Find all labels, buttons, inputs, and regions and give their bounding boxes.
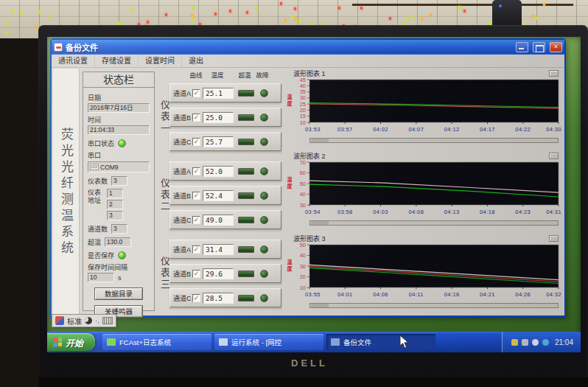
- svg-text:30: 30: [300, 202, 306, 209]
- curve-checkbox[interactable]: [192, 270, 200, 278]
- chart-scrollbar[interactable]: [309, 303, 559, 308]
- ime-mode-label[interactable]: 标准: [67, 315, 82, 327]
- temp-value: 29.6: [203, 268, 234, 279]
- fault-led: [260, 138, 268, 146]
- app-window: 备份文件 通讯设置 存储设置 设置时间 退出 荧光光纤测温系统 状态栏 日期: [50, 38, 566, 317]
- menu-storage-settings[interactable]: 存储设置: [94, 55, 138, 67]
- svg-text:04:17: 04:17: [480, 126, 495, 133]
- monitor-bezel: 备份文件 通讯设置 存储设置 设置时间 退出 荧光光纤测温系统 状态栏 日期: [38, 25, 588, 387]
- ime-keyboard-icon[interactable]: [102, 317, 113, 324]
- overtemp-input[interactable]: 130.0: [105, 237, 131, 247]
- channel-label: 通道A: [173, 88, 192, 98]
- fault-led: [260, 114, 268, 122]
- instrument-count-input[interactable]: 3: [111, 176, 127, 186]
- curve-checkbox[interactable]: [192, 167, 200, 175]
- window-title-bar[interactable]: 备份文件: [52, 40, 564, 55]
- temp-value: 28.5: [203, 293, 234, 304]
- svg-text:50: 50: [300, 181, 306, 187]
- taskbar-item-log-system[interactable]: FCAst+日志系统: [102, 334, 211, 350]
- taskbar-item-run-system[interactable]: 运行系统 - [网控: [214, 334, 323, 350]
- window-title: 备份文件: [66, 41, 98, 53]
- svg-text:04:18: 04:18: [480, 209, 495, 215]
- curve-checkbox[interactable]: [192, 138, 200, 146]
- instrument-addr-input-3[interactable]: 3: [107, 211, 123, 220]
- channel-row: 通道C 25.7: [169, 132, 281, 151]
- svg-text:10: 10: [300, 119, 306, 126]
- curve-checkbox[interactable]: [192, 216, 200, 224]
- temp-value: 25.0: [203, 112, 234, 123]
- header-curve: 曲线: [189, 70, 202, 79]
- screen: 备份文件 通讯设置 存储设置 设置时间 退出 荧光光纤测温系统 状态栏 日期: [47, 37, 581, 352]
- svg-text:04:02: 04:02: [373, 126, 388, 133]
- chart-scrollbar[interactable]: [309, 138, 559, 143]
- data-directory-button[interactable]: 数据目录: [94, 287, 143, 300]
- save-led: [118, 251, 126, 259]
- curve-checkbox[interactable]: [192, 192, 200, 200]
- chart-title: 波形图表 1: [293, 69, 326, 78]
- svg-text:04:32: 04:32: [546, 291, 561, 298]
- overtemp-led: [238, 139, 254, 145]
- waveform-chart-2: 波形图表 2 3040506070温度03:5403:5804:0304:080…: [283, 151, 561, 229]
- svg-text:温: 温: [287, 176, 293, 183]
- serial-port-select[interactable]: I/O COM9: [88, 161, 150, 172]
- svg-text:50: 50: [300, 243, 306, 248]
- ime-logo-icon[interactable]: [55, 316, 64, 325]
- system-tray: 21:04: [502, 332, 581, 352]
- channel-label: 通道C: [173, 215, 192, 225]
- maximize-button[interactable]: [533, 42, 545, 52]
- channel-row: 通道A 25.1: [169, 83, 281, 102]
- close-button[interactable]: [550, 42, 562, 52]
- channel-count-input[interactable]: 3: [111, 224, 127, 234]
- time-value: 21:04:33: [88, 125, 150, 135]
- overtemp-led: [238, 246, 254, 253]
- waveform-chart-3: 波形图表 3 1020304050温度03:5504:0104:0604:110…: [283, 234, 561, 312]
- instrument-addr-input-1[interactable]: 1: [107, 189, 123, 198]
- svg-text:04:03: 04:03: [373, 209, 388, 215]
- overtemp-label: 超温: [88, 237, 101, 247]
- status-panel-title: 状态栏: [83, 72, 154, 88]
- channel-row: 通道B 29.6: [169, 264, 281, 283]
- svg-text:04:07: 04:07: [408, 126, 424, 133]
- svg-text:04:12: 04:12: [444, 126, 460, 133]
- chart-tool-button[interactable]: [549, 70, 559, 77]
- chart-tool-button[interactable]: [549, 235, 559, 242]
- overtemp-led: [238, 114, 254, 121]
- svg-text:04:22: 04:22: [515, 126, 531, 133]
- serial-label: 串口: [88, 150, 150, 160]
- instrument-addr-input-2[interactable]: 2: [107, 200, 123, 209]
- menu-exit[interactable]: 退出: [181, 55, 210, 67]
- tray-icon-3[interactable]: [532, 339, 539, 346]
- menu-comm-settings[interactable]: 通讯设置: [52, 55, 94, 67]
- tray-icon-2[interactable]: [522, 339, 528, 346]
- chart-scrollbar[interactable]: [309, 220, 559, 226]
- app-icon: [219, 338, 228, 346]
- save-interval-input[interactable]: 10: [88, 273, 114, 282]
- start-button[interactable]: 开始: [47, 333, 95, 351]
- fault-led: [260, 192, 268, 200]
- svg-text:35: 35: [300, 88, 306, 95]
- svg-text:温: 温: [287, 259, 293, 265]
- minimize-button[interactable]: [516, 42, 528, 52]
- ime-punctuation-icon[interactable]: ·,: [95, 317, 99, 324]
- tray-volume-icon[interactable]: [542, 339, 549, 346]
- instrument-group-2: 仪表二 通道A 52.0 通道B 52.4: [158, 158, 281, 232]
- svg-text:度: 度: [287, 183, 293, 189]
- taskbar-item-backup-file[interactable]: 备份文件: [326, 334, 435, 350]
- curve-checkbox[interactable]: [192, 114, 200, 122]
- fault-led: [260, 294, 268, 302]
- menu-bar: 通讯设置 存储设置 设置时间 退出: [52, 55, 564, 68]
- chart-canvas: 3040506070温度03:5403:5804:0304:0804:1304:…: [283, 160, 567, 220]
- tray-icon-1[interactable]: [511, 339, 518, 346]
- curve-checkbox[interactable]: [192, 89, 200, 97]
- ime-fullwidth-icon[interactable]: [85, 317, 92, 324]
- temp-value: 25.1: [203, 88, 234, 99]
- curve-checkbox[interactable]: [192, 245, 200, 254]
- svg-text:04:01: 04:01: [337, 291, 353, 298]
- chart-canvas: 1020304050温度03:5504:0104:0604:1104:1604:…: [283, 243, 567, 303]
- curve-checkbox[interactable]: [192, 294, 200, 302]
- chart-tool-button[interactable]: [549, 153, 559, 159]
- window-icon: [54, 43, 63, 52]
- menu-set-time[interactable]: 设置时间: [138, 55, 181, 67]
- overtemp-led: [238, 90, 254, 97]
- charts-column: 波形图表 1 1015202530354045温度03:5303:5704:02…: [283, 69, 561, 315]
